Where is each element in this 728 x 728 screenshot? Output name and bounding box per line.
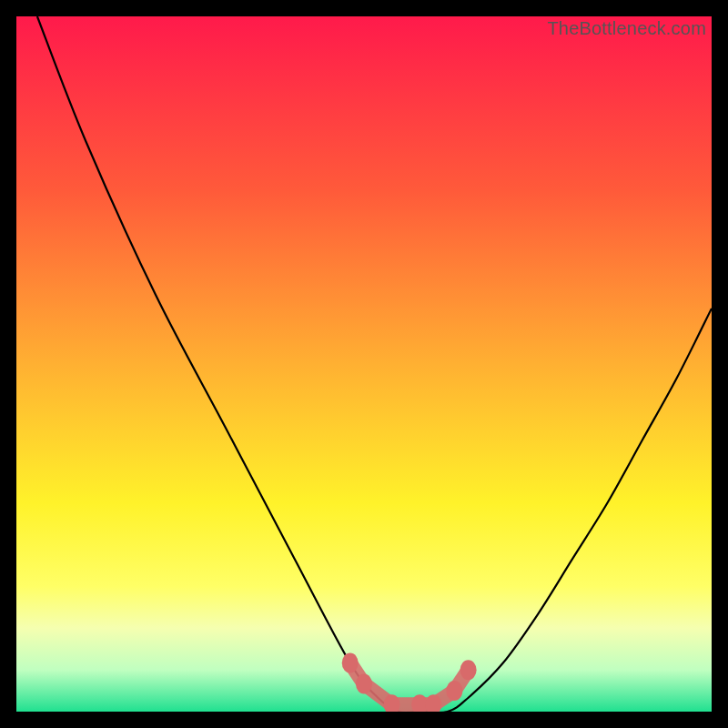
svg-rect-0: [16, 16, 712, 712]
chart-frame: TheBottleneck.com: [16, 16, 712, 712]
chart-background-gradient: [16, 16, 712, 712]
watermark-text: TheBottleneck.com: [547, 18, 706, 39]
